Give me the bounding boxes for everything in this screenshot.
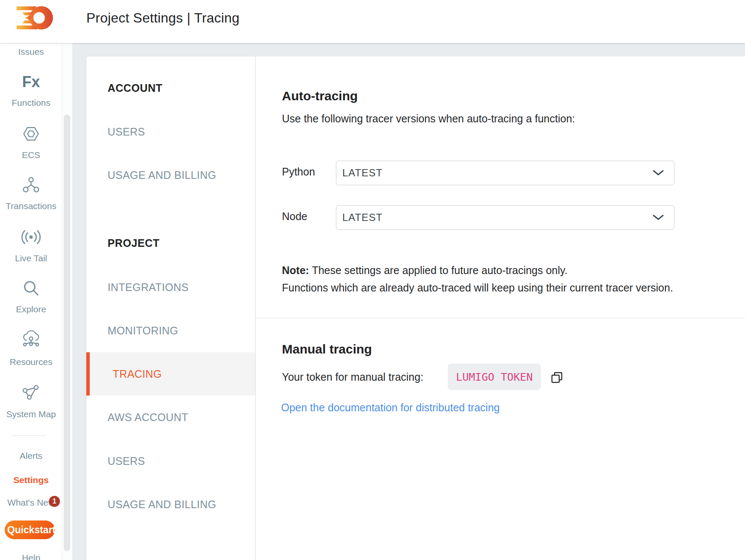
sidebar-scrollbar-thumb[interactable] [64,115,70,551]
sidebar-item-explore[interactable]: Explore [0,304,62,314]
nav-item-integrations[interactable]: INTEGRATIONS [86,266,255,309]
cloud-resources-icon[interactable] [0,330,62,350]
sidebar-item-functions[interactable]: Functions [0,98,62,108]
sidebar-item-settings[interactable]: Settings [0,475,62,485]
node-version-select[interactable]: LATEST [336,205,674,230]
chevron-down-icon [653,215,664,221]
transactions-icon[interactable] [0,176,62,195]
sidebar-divider [12,436,46,436]
auto-tracing-description: Use the following tracer versions when a… [282,113,575,125]
search-icon[interactable] [0,279,62,299]
nav-item-users-project[interactable]: USERS [86,439,255,483]
node-label: Node [282,210,307,223]
system-map-icon[interactable] [0,384,62,402]
nav-item-usage-billing-account[interactable]: USAGE AND BILLING [86,153,255,197]
lumigo-token-chip[interactable]: LUMIGO TOKEN [448,364,541,390]
sidebar-item-alerts[interactable]: Alerts [0,451,62,461]
sidebar-item-resources[interactable]: Resources [0,357,62,367]
sidebar-item-issues[interactable]: Issues [0,47,62,57]
python-version-value: LATEST [342,167,383,179]
whats-new-badge: 1 [49,496,60,507]
sidebar-item-system-map[interactable]: System Map [0,409,62,419]
sidebar-item-live-tail[interactable]: Live Tail [0,253,62,263]
nav-section-project: PROJECT [86,221,255,265]
main-content: Auto-tracing Use the following tracer ve… [256,57,745,560]
nav-item-users-account[interactable]: USERS [86,110,255,153]
nav-item-tracing[interactable]: TRACING [86,352,255,396]
sidebar-item-help[interactable]: Help [0,553,62,560]
lumigo-token-value: LUMIGO TOKEN [456,371,533,383]
token-label: Your token for manual tracing: [282,371,424,383]
live-tail-icon[interactable] [0,229,62,246]
auto-tracing-title: Auto-tracing [282,89,358,103]
node-version-value: LATEST [342,212,383,223]
copy-token-button[interactable] [550,371,564,385]
lumigo-logo-icon [16,6,53,30]
page-title: Project Settings | Tracing [86,10,239,26]
sidebar-item-transactions[interactable]: Transactions [0,201,62,211]
python-label: Python [282,166,315,178]
note-line2: Functions which are already auto-traced … [282,282,673,294]
nav-item-usage-billing-project[interactable]: USAGE AND BILLING [86,483,255,526]
note-rest: These settings are applied to future aut… [309,264,568,276]
copy-icon [550,371,564,385]
sidebar: Issues Fx Functions ECS Transactions Liv… [0,43,72,560]
manual-tracing-title: Manual tracing [282,342,372,356]
sidebar-scrollbar-track [62,43,72,560]
chevron-down-icon [653,170,664,176]
app-header: Project Settings | Tracing [0,0,745,43]
settings-nav: ACCOUNT USERS USAGE AND BILLING PROJECT … [86,57,255,560]
nav-item-monitoring[interactable]: MONITORING [86,309,255,352]
sidebar-item-ecs[interactable]: ECS [0,150,62,160]
fx-icon[interactable]: Fx [0,73,62,91]
section-divider [256,318,745,318]
python-version-select[interactable]: LATEST [336,161,674,185]
note-label: Note: [282,264,309,276]
distributed-tracing-doc-link[interactable]: Open the documentation for distributed t… [281,402,500,414]
note-line1: Note: These settings are applied to futu… [282,264,568,277]
quickstart-button[interactable]: Quickstart [5,520,55,539]
app-window: Project Settings | Tracing Issues Fx Fun… [0,0,745,560]
nav-section-account: ACCOUNT [86,66,255,110]
ecs-icon[interactable] [0,125,62,144]
nav-item-aws-account[interactable]: AWS ACCOUNT [86,396,255,439]
